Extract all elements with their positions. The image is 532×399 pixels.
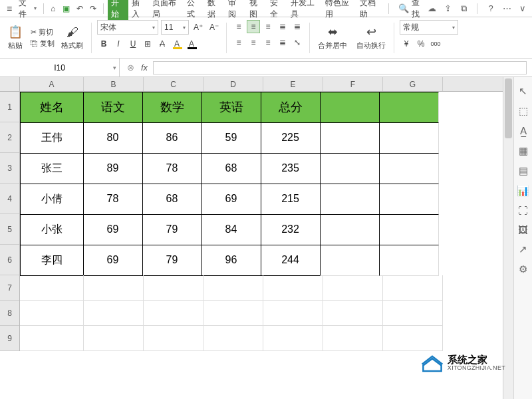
cell[interactable]: 79: [142, 245, 202, 276]
paste-button[interactable]: 📋 粘贴: [4, 23, 27, 52]
grow-font-button[interactable]: A⁺: [192, 21, 205, 34]
formula-input[interactable]: [153, 61, 527, 74]
merge-center-button[interactable]: ⬌ 合并居中: [315, 23, 350, 52]
cell[interactable]: 英语: [201, 92, 261, 123]
align-top-button[interactable]: ≡: [232, 20, 245, 33]
cell[interactable]: [323, 326, 383, 351]
cell[interactable]: 姓名: [20, 92, 84, 123]
bold-button[interactable]: B: [97, 37, 110, 51]
strike-button[interactable]: A: [156, 37, 169, 51]
cell[interactable]: 59: [201, 122, 261, 154]
cell[interactable]: [323, 275, 383, 301]
align-right-button[interactable]: ≡: [261, 36, 275, 49]
column-header[interactable]: G: [383, 77, 443, 91]
cell[interactable]: [383, 275, 443, 301]
fill-color-button[interactable]: A: [170, 37, 184, 51]
cell[interactable]: 89: [83, 153, 143, 184]
row-header[interactable]: 1: [0, 92, 19, 122]
select-all-corner[interactable]: [0, 77, 20, 92]
cell[interactable]: 84: [201, 214, 261, 245]
name-box[interactable]: ▾: [0, 59, 120, 76]
shrink-font-button[interactable]: A⁻: [207, 21, 221, 34]
cell[interactable]: [379, 184, 439, 215]
cell[interactable]: [323, 301, 383, 326]
number-format-select[interactable]: 常规▾: [400, 20, 458, 35]
cell[interactable]: [144, 275, 203, 301]
indent-increase-button[interactable]: ≣: [291, 20, 304, 33]
cell[interactable]: [84, 326, 144, 351]
cell[interactable]: 小倩: [20, 184, 84, 215]
cloud-icon[interactable]: ☁: [426, 3, 437, 14]
cell[interactable]: [203, 301, 263, 326]
select-icon[interactable]: ⬚: [519, 105, 528, 117]
percent-button[interactable]: %: [414, 37, 428, 51]
column-header[interactable]: C: [144, 77, 203, 91]
cell[interactable]: 小张: [20, 214, 84, 245]
cell[interactable]: [20, 326, 84, 351]
wrap-text-button[interactable]: ↩ 自动换行: [354, 23, 388, 52]
cell[interactable]: [20, 301, 84, 326]
cell[interactable]: [203, 275, 263, 301]
copy-button[interactable]: ⿻复制: [31, 39, 55, 49]
fx-label[interactable]: fx: [141, 63, 148, 72]
cell[interactable]: [20, 275, 84, 301]
cell[interactable]: [379, 122, 439, 154]
cell[interactable]: [379, 153, 439, 184]
cell[interactable]: [320, 245, 380, 276]
file-menu[interactable]: 文件 ▾: [16, 0, 39, 21]
ribbon-tab[interactable]: 公式: [184, 0, 204, 22]
cell[interactable]: [144, 326, 203, 351]
share-icon[interactable]: ⇪: [442, 3, 453, 14]
row-header[interactable]: 3: [0, 153, 19, 184]
cell[interactable]: 225: [261, 122, 321, 154]
column-header[interactable]: D: [203, 77, 263, 91]
cells-grid[interactable]: 姓名语文数学英语总分王伟808659225张三897868235小倩786869…: [20, 92, 513, 399]
align-bottom-button[interactable]: ≡: [261, 20, 275, 33]
font-size-select[interactable]: 11▾: [161, 20, 189, 35]
cell[interactable]: 数学: [142, 92, 202, 123]
cancel-icon[interactable]: ⊗: [125, 63, 136, 73]
ribbon-tab[interactable]: 页面布局: [149, 0, 184, 22]
column-header[interactable]: E: [263, 77, 323, 91]
align-middle-button[interactable]: ≡: [247, 20, 260, 33]
ribbon-tab[interactable]: 安全: [267, 0, 287, 22]
row-header[interactable]: 8: [0, 301, 19, 326]
font-name-select[interactable]: 宋体▾: [97, 20, 158, 35]
image-icon[interactable]: 🖼: [518, 224, 528, 235]
save-icon[interactable]: ▣: [60, 3, 72, 15]
ribbon-tab[interactable]: 开始: [108, 0, 128, 22]
cell[interactable]: [379, 92, 439, 123]
ribbon-tab[interactable]: 开发工具: [287, 0, 322, 22]
expand-icon[interactable]: ∨: [517, 3, 528, 14]
vertical-scrollbar[interactable]: [503, 77, 513, 399]
cell[interactable]: [379, 214, 439, 245]
cell[interactable]: 张三: [20, 153, 84, 184]
cell[interactable]: [144, 301, 203, 326]
cursor-icon[interactable]: ↖: [519, 85, 527, 97]
column-header[interactable]: B: [84, 77, 144, 91]
cell[interactable]: 96: [201, 245, 261, 276]
ribbon-tab[interactable]: 文档助: [356, 0, 384, 22]
cell[interactable]: 79: [142, 214, 202, 245]
table-icon[interactable]: ▦: [519, 145, 528, 157]
font-color-button[interactable]: A: [185, 37, 198, 51]
ribbon-tab[interactable]: 审阅: [225, 0, 245, 22]
cell[interactable]: 68: [201, 153, 261, 184]
row-header[interactable]: 6: [0, 245, 19, 275]
cell[interactable]: 86: [142, 122, 202, 154]
row-header[interactable]: 2: [0, 122, 19, 153]
cell[interactable]: 232: [261, 214, 321, 245]
orientation-button[interactable]: ⤡: [291, 36, 304, 49]
column-header[interactable]: F: [323, 77, 383, 91]
indent-decrease-button[interactable]: ≣: [276, 20, 289, 33]
cell[interactable]: 78: [83, 184, 143, 215]
border-button[interactable]: ⊞: [141, 37, 154, 51]
row-header[interactable]: 7: [0, 275, 19, 301]
comma-button[interactable]: 000: [429, 37, 442, 51]
chart-icon[interactable]: 📊: [517, 185, 529, 197]
ribbon-tab[interactable]: 视图: [246, 0, 267, 22]
cell[interactable]: 244: [261, 245, 321, 276]
undo-icon[interactable]: ↶: [74, 3, 86, 15]
cut-button[interactable]: ✂剪切: [31, 27, 55, 37]
align-left-button[interactable]: ≡: [232, 36, 245, 49]
